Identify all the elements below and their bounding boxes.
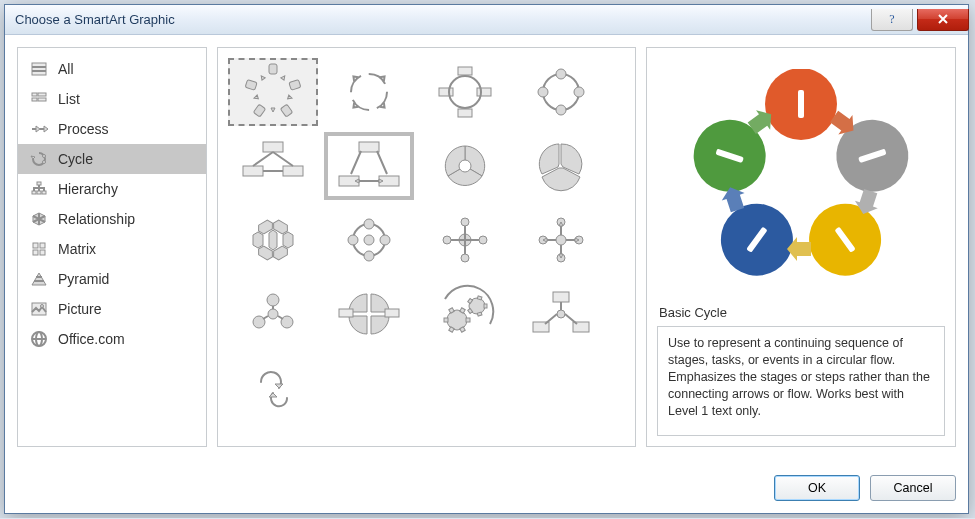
category-label: Relationship <box>58 211 135 227</box>
preview-image <box>657 58 945 299</box>
svg-point-57 <box>461 218 469 226</box>
svg-rect-16 <box>33 250 38 255</box>
help-button[interactable]: ? <box>871 9 913 31</box>
svg-rect-5 <box>32 98 37 101</box>
svg-rect-85 <box>477 296 482 300</box>
svg-rect-71 <box>339 309 353 317</box>
svg-rect-11 <box>32 191 36 194</box>
layout-continuous-cycle[interactable] <box>228 132 318 200</box>
category-label: List <box>58 91 80 107</box>
svg-rect-13 <box>42 191 46 194</box>
svg-rect-40 <box>263 142 283 152</box>
ok-button[interactable]: OK <box>774 475 860 501</box>
svg-point-37 <box>556 105 566 115</box>
svg-rect-42 <box>283 166 303 176</box>
layout-grid <box>217 47 636 447</box>
svg-point-73 <box>447 310 467 330</box>
svg-point-89 <box>557 310 565 318</box>
category-process[interactable]: Process <box>18 114 206 144</box>
layout-circle-arrow[interactable] <box>228 280 318 348</box>
svg-point-50 <box>348 235 358 245</box>
svg-rect-91 <box>798 90 804 118</box>
category-label: Matrix <box>58 241 96 257</box>
svg-point-55 <box>443 236 451 244</box>
layout-segmented-cycle[interactable] <box>420 132 510 200</box>
layout-nondirectional-cycle[interactable] <box>516 58 606 126</box>
cycle-icon <box>30 150 48 168</box>
globe-icon <box>30 330 48 348</box>
layout-text-cycle[interactable] <box>324 58 414 126</box>
close-button[interactable] <box>917 9 969 31</box>
svg-rect-25 <box>269 64 277 74</box>
layout-gear-cycle[interactable] <box>420 280 510 348</box>
svg-rect-4 <box>32 93 37 96</box>
category-list-item[interactable]: List <box>18 84 206 114</box>
layout-block-cycle[interactable] <box>420 58 510 126</box>
matrix-icon <box>30 240 48 258</box>
help-icon: ? <box>885 12 899 26</box>
layout-cycle-matrix[interactable] <box>324 280 414 348</box>
svg-point-49 <box>380 235 390 245</box>
svg-point-54 <box>479 236 487 244</box>
svg-point-30 <box>351 74 387 110</box>
category-picture[interactable]: Picture <box>18 294 206 324</box>
svg-point-51 <box>364 251 374 261</box>
layout-pie-cycle[interactable] <box>516 132 606 200</box>
preview-panel: Basic Cycle Use to represent a continuin… <box>646 47 956 447</box>
hierarchy-icon <box>30 180 48 198</box>
layout-basic-cycle[interactable] <box>228 58 318 126</box>
category-officecom[interactable]: Office.com <box>18 324 206 354</box>
all-icon <box>30 60 48 78</box>
svg-rect-33 <box>458 109 472 117</box>
layout-basic-radial[interactable] <box>420 206 510 274</box>
svg-rect-77 <box>444 318 448 322</box>
titlebar: Choose a SmartArt Graphic ? <box>5 5 968 35</box>
category-matrix[interactable]: Matrix <box>18 234 206 264</box>
relationship-icon <box>30 210 48 228</box>
svg-rect-32 <box>477 88 491 96</box>
layout-box-cycle[interactable] <box>516 280 606 348</box>
layout-spiral-cycle[interactable] <box>228 354 318 422</box>
category-label: Picture <box>58 301 102 317</box>
svg-point-56 <box>461 254 469 262</box>
svg-point-36 <box>574 87 584 97</box>
cancel-button[interactable]: Cancel <box>870 475 956 501</box>
picture-icon <box>30 300 48 318</box>
category-all[interactable]: All <box>18 54 206 84</box>
dialog-footer: OK Cancel <box>17 463 956 501</box>
svg-point-21 <box>41 305 44 308</box>
preview-description: Use to represent a continuing sequence o… <box>657 326 945 436</box>
category-hierarchy[interactable]: Hierarchy <box>18 174 206 204</box>
category-label: Hierarchy <box>58 181 118 197</box>
svg-rect-12 <box>37 191 41 194</box>
layout-radial-cycle[interactable] <box>324 206 414 274</box>
svg-point-52 <box>364 219 374 229</box>
svg-point-62 <box>556 235 566 245</box>
svg-rect-27 <box>280 104 292 117</box>
svg-rect-81 <box>484 304 487 308</box>
svg-point-67 <box>267 294 279 306</box>
layout-hexagon-cycle[interactable] <box>228 206 318 274</box>
window-buttons: ? <box>871 9 968 31</box>
category-pyramid[interactable]: Pyramid <box>18 264 206 294</box>
svg-rect-82 <box>477 312 482 316</box>
panels: All List Process Cycle Hierarchy <box>17 47 956 463</box>
svg-rect-43 <box>359 142 379 152</box>
layout-diverging-radial[interactable] <box>516 206 606 274</box>
svg-rect-74 <box>466 318 470 322</box>
layout-multidirectional-cycle[interactable] <box>324 132 414 200</box>
svg-rect-10 <box>37 182 41 185</box>
category-label: Office.com <box>58 331 125 347</box>
svg-text:?: ? <box>889 12 894 26</box>
svg-point-9 <box>43 161 46 164</box>
svg-rect-34 <box>439 88 453 96</box>
svg-point-70 <box>268 309 278 319</box>
svg-rect-7 <box>38 98 46 101</box>
category-cycle[interactable]: Cycle <box>18 144 206 174</box>
category-label: Pyramid <box>58 271 109 287</box>
process-icon <box>30 120 48 138</box>
svg-point-39 <box>556 69 566 79</box>
svg-rect-17 <box>40 250 45 255</box>
svg-rect-86 <box>553 292 569 302</box>
category-relationship[interactable]: Relationship <box>18 204 206 234</box>
